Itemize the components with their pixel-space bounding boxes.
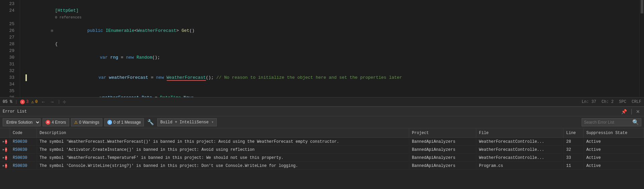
gutter-bar (25, 94, 27, 97)
td-suppression-state: Active (584, 146, 644, 153)
scrollbar-thumb[interactable] (641, 0, 643, 13)
code-line: ⊟ public IEnumerable<WeatherForecast> Ge… (25, 21, 639, 41)
error-row-icon: ✕ (5, 139, 7, 144)
gutter-bar (25, 54, 27, 61)
td-line: 28 (564, 138, 584, 145)
td-line: 32 (564, 146, 584, 153)
td-suppression-state: Active (584, 162, 644, 170)
status-bar: 05 % | ✕ 3 ⚠ 0 ← → | ⊹ Ln: 37 Ch: 2 SPC … (0, 97, 644, 107)
error-badge[interactable]: ✕ 3 (20, 100, 29, 104)
td-project: BannedApiAnalyzers (409, 154, 476, 162)
pin-button[interactable]: 📌 (620, 109, 628, 114)
warning-badge[interactable]: ⚠ 0 (31, 99, 38, 105)
zoom-level[interactable]: 05 % (3, 100, 12, 104)
line-number: 28 (0, 41, 17, 48)
line-number: 36 (0, 94, 17, 97)
cursor-position: Ln: 37 (582, 100, 596, 104)
expand-arrow: ▶ (3, 148, 4, 151)
th-icon[interactable] (0, 128, 10, 137)
close-button[interactable]: ✕ (635, 109, 641, 114)
td-icon: ▶ ✕ (0, 138, 10, 145)
warnings-filter-button[interactable]: ⚠ 0 Warnings (71, 118, 102, 126)
th-file[interactable]: File (476, 128, 564, 137)
search-error-input[interactable] (584, 120, 631, 125)
build-dropdown[interactable]: Build + IntelliSense ▾ (157, 118, 217, 126)
error-toolbar: Entire Solution ✕ 4 Errors ⚠ 0 Warnings … (0, 116, 644, 128)
scope-dropdown[interactable]: Entire Solution (3, 118, 41, 126)
extra-filter-icon[interactable]: 🔧 (147, 119, 154, 126)
separator: | (58, 100, 60, 104)
table-row[interactable]: ▶ ✕ RS0030 The symbol 'Console.WriteLine… (0, 162, 644, 170)
search-error-container: 🔍 (582, 118, 641, 126)
code-content: [HttpGet] 0 references ⊟ public IEnumera… (20, 0, 639, 97)
nav-forward-button[interactable]: → (49, 99, 55, 105)
line-number (0, 14, 17, 21)
line-number: 33 (0, 74, 17, 81)
td-icon: ▶ ✕ (0, 146, 10, 153)
gutter-bar (25, 7, 27, 14)
line-number: 25 (0, 21, 17, 27)
expand-arrow: ▶ (3, 164, 4, 168)
error-count: 3 (26, 100, 29, 104)
td-description: The symbol 'WeatherForecast.WeatherForec… (37, 138, 409, 145)
table-row[interactable]: ▶ ✕ RS0030 The symbol 'WeatherForecast.T… (0, 154, 644, 162)
th-line[interactable]: Line (564, 128, 584, 137)
th-description[interactable]: Description (37, 128, 409, 137)
errors-filter-label: 4 Errors (52, 120, 66, 125)
nav-back-button[interactable]: ← (40, 99, 46, 105)
messages-filter-button[interactable]: i 0 of 1 Message (104, 118, 144, 126)
line-number: 26 (0, 27, 17, 34)
warning-count: 0 (35, 100, 38, 104)
code-editor[interactable]: 23 24 25 26 27 28 29 30 31 32 33 34 35 3… (0, 0, 644, 97)
panel-title: Error List (3, 109, 27, 114)
line-number: 24 (0, 7, 17, 14)
td-file: WeatherForecastControlle... (476, 146, 564, 153)
td-code[interactable]: RS0030 (10, 146, 37, 153)
td-code[interactable]: RS0030 (10, 138, 37, 145)
error-row-icon: ✕ (5, 164, 7, 168)
th-code[interactable]: Code (10, 128, 37, 137)
table-row[interactable]: ▶ ✕ RS0030 The symbol 'WeatherForecast.W… (0, 138, 644, 146)
td-description: The symbol 'Console.WriteLine(string?)' … (37, 162, 409, 170)
table-row[interactable]: ▶ ✕ RS0030 The symbol 'Activator.CreateI… (0, 146, 644, 154)
td-project: BannedApiAnalyzers (409, 138, 476, 145)
line-number: 29 (0, 48, 17, 54)
line-number: 27 (0, 34, 17, 41)
status-right: Ln: 37 Ch: 2 SPC CRLF (582, 100, 641, 104)
code-line: weatherForecast.Date = DateTime.Now; (25, 88, 639, 97)
td-description: The symbol 'WeatherForecast.TemperatureF… (37, 154, 409, 162)
warning-filter-icon: ⚠ (74, 120, 78, 125)
errors-filter-button[interactable]: ✕ 4 Errors (43, 118, 69, 126)
error-list-panel: Error List 📌 | ✕ Entire Solution ✕ 4 Err… (0, 107, 644, 189)
line-number: 35 (0, 88, 17, 94)
code-line-ref: 0 references (25, 14, 639, 21)
warnings-filter-label: 0 Warnings (79, 120, 99, 125)
td-suppression-state: Active (584, 138, 644, 145)
table-header: Code Description Project File Line Suppr… (0, 128, 644, 138)
line-number: 23 (0, 1, 17, 7)
code-line: var weatherForecast = new WeatherForecas… (25, 68, 639, 88)
error-table: Code Description Project File Line Suppr… (0, 128, 644, 189)
td-suppression-state: Active (584, 154, 644, 162)
th-suppression-state[interactable]: Suppression State (584, 128, 644, 137)
messages-filter-label: 0 of 1 Message (113, 120, 141, 125)
line-ending: CRLF (632, 100, 641, 104)
td-file: WeatherForecastControlle... (476, 138, 564, 145)
line-number: 31 (0, 61, 17, 68)
gutter-bar (25, 1, 27, 7)
code-line (25, 1, 639, 7)
th-project[interactable]: Project (409, 128, 476, 137)
panel-controls: 📌 | ✕ (620, 108, 641, 115)
editor-scrollbar[interactable] (639, 0, 644, 97)
td-code[interactable]: RS0030 (10, 162, 37, 170)
build-filter-label: Build + IntelliSense (160, 120, 209, 125)
expand-icon[interactable]: ⊟ (51, 27, 53, 34)
panel-header: Error List 📌 | ✕ (0, 107, 644, 116)
line-numbers: 23 24 25 26 27 28 29 30 31 32 33 34 35 3… (0, 0, 20, 97)
info-filter-icon: i (107, 120, 112, 125)
gutter-bar (25, 74, 27, 81)
separator: | (630, 108, 633, 115)
code-line: var rng = new Random(); (25, 48, 639, 68)
td-code[interactable]: RS0030 (10, 154, 37, 162)
gutter-bar (25, 14, 27, 21)
